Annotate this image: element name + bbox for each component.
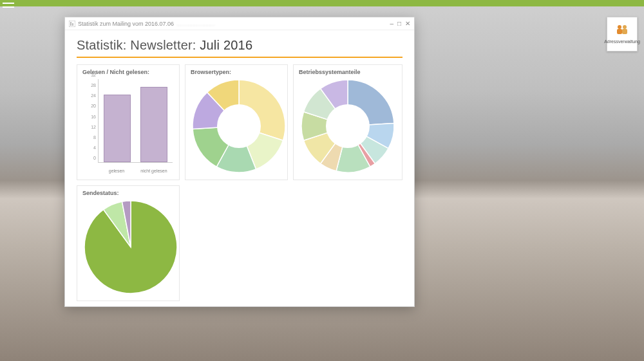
- window-title: Statistik zum Mailing vom 2016.07.06: [78, 21, 174, 27]
- headline-part-b: Newsletter:: [130, 38, 196, 52]
- window-close-icon[interactable]: ✕: [405, 21, 410, 27]
- card-browser-types: Browsertypen:: [185, 64, 288, 180]
- svg-point-1: [623, 25, 627, 29]
- window-title-blurred: ........................: [176, 21, 215, 27]
- headline-part-c: Juli 2016: [200, 38, 252, 52]
- card-read-unread: Gelesen / Nicht gelesen: 048121620242832…: [77, 64, 180, 180]
- card-os-share: Betriebssystemanteile: [293, 64, 402, 180]
- bar-chart: 048121620242832gelesennicht gelesen: [82, 78, 174, 174]
- window-maximize-icon[interactable]: □: [397, 21, 401, 27]
- svg-rect-5: [70, 22, 71, 26]
- bar-label: nicht gelesen: [135, 169, 173, 173]
- svg-point-7: [217, 104, 261, 148]
- hamburger-menu-icon[interactable]: [3, 0, 14, 8]
- pie-chart-send: [82, 199, 174, 295]
- page-title: Statistik: Newsletter: Juli 2016: [77, 38, 402, 58]
- window-titlebar[interactable]: Statistik zum Mailing vom 2016.07.06 ...…: [65, 17, 414, 30]
- address-management-button[interactable]: Adressverwaltung: [607, 17, 638, 51]
- card-title: Sendestatus:: [82, 190, 174, 196]
- window-minimize-icon[interactable]: –: [390, 21, 393, 27]
- bar-nicht-gelesen: [140, 87, 167, 162]
- window-app-icon: [69, 21, 75, 27]
- svg-point-0: [618, 25, 621, 29]
- svg-rect-3: [622, 29, 627, 34]
- card-title: Browsertypen:: [191, 69, 282, 75]
- svg-rect-2: [617, 29, 622, 34]
- card-send-status: Sendestatus:: [77, 185, 180, 301]
- donut-chart-browser: [191, 78, 282, 174]
- app-topbar: [0, 0, 644, 6]
- statistics-window: Statistik zum Mailing vom 2016.07.06 ...…: [64, 17, 415, 307]
- donut-chart-os: [299, 78, 397, 174]
- bar-gelesen: [104, 95, 131, 162]
- people-icon: [615, 24, 629, 38]
- card-title: Betriebssystemanteile: [299, 69, 397, 75]
- svg-point-8: [326, 104, 370, 148]
- address-management-label: Adressverwaltung: [604, 39, 640, 44]
- bar-label: gelesen: [97, 169, 136, 173]
- svg-rect-6: [72, 23, 73, 26]
- card-title: Gelesen / Nicht gelesen:: [82, 69, 174, 75]
- headline-part-a: Statistik:: [77, 38, 127, 52]
